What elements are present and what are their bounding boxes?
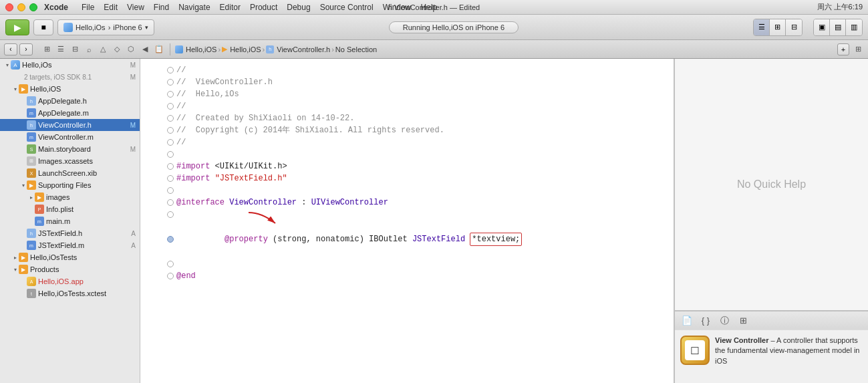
menu-find[interactable]: Find [154, 3, 169, 12]
sidebar-item-jstextfield-m[interactable]: m JSTextField.m A [0, 239, 140, 251]
breadcrumb-file[interactable]: h ViewController.h [266, 45, 330, 53]
targets-label: 2 targets, iOS SDK 8.1 [12, 74, 92, 81]
qh-help-icon[interactable]: ⓘ [718, 314, 731, 328]
version-editor-button[interactable]: ⊟ [786, 19, 802, 35]
debug-toggle[interactable]: ▤ [830, 19, 846, 35]
sidebar-item-images[interactable]: ▶ images [0, 191, 140, 203]
expand-icon [20, 146, 27, 152]
menu-view[interactable]: View [127, 3, 144, 12]
menu-product[interactable]: Product [250, 3, 277, 12]
warning-icon[interactable]: △ [97, 43, 109, 55]
code-line: #import "JSTextField.h" [140, 172, 674, 184]
list-icon[interactable]: ☰ [55, 43, 67, 55]
code-line: // ViewController.h [140, 76, 674, 88]
qh-toolbar: 📄 { } ⓘ ⊞ [675, 311, 868, 330]
app-name: Xcode [44, 3, 68, 12]
gutter-dot [167, 103, 174, 110]
sidebar-item-launchscreen-xib[interactable]: X LaunchScreen.xib [0, 167, 140, 179]
sidebar-item-viewcontroller-m[interactable]: m ViewController.m [0, 131, 140, 143]
breadcrumb-project[interactable]: Hello,iOS [175, 45, 216, 53]
menu-editor[interactable]: Editor [220, 3, 241, 12]
expand-icon [20, 98, 27, 104]
menu-file[interactable]: File [82, 3, 94, 12]
stop-button[interactable]: ■ [33, 19, 53, 35]
run-button[interactable]: ▶ [5, 19, 29, 35]
close-button[interactable] [5, 3, 13, 11]
sidebar-item-viewcontroller-h[interactable]: h ViewController.h M [0, 119, 140, 131]
menu-debug[interactable]: Debug [287, 3, 310, 12]
expand-icon [4, 61, 11, 68]
sidebar-item-info-plist[interactable]: P Info.plist [0, 203, 140, 215]
sidebar-item-supporting-files[interactable]: ▶ Supporting Files [0, 179, 140, 191]
expand-icon [20, 170, 27, 176]
expand-icon [20, 122, 27, 128]
search-icon[interactable]: ⌕ [83, 43, 95, 55]
sidebar-label: LaunchScreen.xib [38, 169, 97, 177]
sidebar-item-images-xcassets[interactable]: ⊞ Images.xcassets [0, 155, 140, 167]
nav-back-button[interactable]: ‹ [4, 43, 17, 55]
minimize-button[interactable] [17, 3, 25, 11]
assistant-editor-button[interactable]: ⊞ [770, 19, 786, 35]
sidebar-label: Hello,iOsTests [30, 253, 77, 261]
utilities-toggle[interactable]: ▥ [846, 19, 862, 35]
gutter-dot [167, 261, 174, 267]
folder-icon[interactable]: ⊞ [41, 43, 53, 55]
gutter-dot [167, 151, 174, 158]
code-editor[interactable]: // // ViewController.h // Hello,iOs // [140, 59, 674, 383]
sidebar-item-appdelegate-h[interactable]: h AppDelegate.h [0, 95, 140, 107]
breadcrumb-symbol[interactable]: No Selection [335, 45, 377, 53]
folder-icon: ▶ [19, 253, 28, 262]
menu-navigate[interactable]: Navigate [178, 3, 210, 12]
sidebar-item-main-m[interactable]: m main.m [0, 215, 140, 227]
code-line [140, 184, 674, 197]
add-editor-button[interactable]: + [837, 43, 849, 55]
debug-icon[interactable]: ⬡ [125, 43, 137, 55]
navigator-toggle[interactable]: ▣ [814, 19, 830, 35]
sidebar-item-hello-iostests-xctest[interactable]: t Hello,iOsTests.xctest [0, 287, 140, 299]
project-icon: A [11, 60, 20, 70]
file-icon: m [35, 217, 44, 226]
sidebar-item-hello-ios-group[interactable]: ▶ Hello,iOS [0, 83, 140, 95]
sidebar-item-products[interactable]: ▶ Products [0, 263, 140, 275]
inline-result-icon[interactable]: ⊞ [852, 43, 864, 55]
test-icon[interactable]: ◇ [111, 43, 123, 55]
gutter-dot [167, 139, 174, 146]
code-line: @interface ViewController : UIViewContro… [140, 197, 674, 209]
hierarchy-icon[interactable]: ⊟ [69, 43, 81, 55]
sidebar-item-jstextfield-h[interactable]: h JSTextField.h A [0, 227, 140, 239]
breadcrumb-symbol-label: No Selection [335, 45, 377, 53]
file-icon: m [27, 241, 36, 250]
expand-icon [20, 290, 27, 297]
qh-code-icon[interactable]: { } [699, 314, 712, 328]
gutter-dot [167, 115, 174, 122]
running-indicator: Running Hello,iOS on iPhone 6 [158, 21, 749, 33]
sidebar-item-hello-iostests[interactable]: ▶ Hello,iOsTests [0, 251, 140, 263]
menu-source-control[interactable]: Source Control [320, 3, 374, 12]
breadcrumb-group[interactable]: ▶ Hello,iOS [222, 45, 261, 53]
sidebar-label: Hello,iOsTests.xctest [38, 289, 106, 297]
sidebar-item-main-storyboard[interactable]: S Main.storyboard M [0, 143, 140, 155]
menu-edit[interactable]: Edit [104, 3, 118, 12]
nav-forward-button[interactable]: › [19, 43, 33, 55]
sidebar-item-hello-ios-project[interactable]: A Hello,iOs M [0, 59, 140, 71]
file-icon: m [27, 132, 36, 142]
qh-layout-icon[interactable]: ⊞ [736, 314, 750, 328]
report-icon[interactable]: 📋 [153, 43, 165, 55]
fullscreen-button[interactable] [29, 3, 37, 11]
arrow-indicator [242, 211, 295, 233]
expand-icon [12, 254, 19, 261]
file-icon: m [27, 108, 36, 118]
view-controller-info: □ View Controller – A controller that su… [675, 330, 868, 383]
code-line [140, 258, 674, 270]
expand-icon [20, 134, 27, 140]
standard-editor-button[interactable]: ☰ [754, 19, 770, 35]
sidebar-item-hello-ios-app[interactable]: A Hello,iOS.app [0, 275, 140, 287]
sidebar-item-targets-info: 2 targets, iOS SDK 8.1 M [0, 71, 140, 83]
sidebar-item-appdelegate-m[interactable]: m AppDelegate.m [0, 107, 140, 119]
qh-file-icon[interactable]: 📄 [680, 314, 694, 328]
folder-icon: ▶ [19, 84, 28, 94]
expand-icon [28, 218, 35, 225]
sidebar-label: main.m [46, 217, 70, 225]
scheme-selector[interactable]: Hello,iOs › iPhone 6 ▾ [57, 19, 154, 35]
breakpoint-icon[interactable]: ◀ [139, 43, 151, 55]
